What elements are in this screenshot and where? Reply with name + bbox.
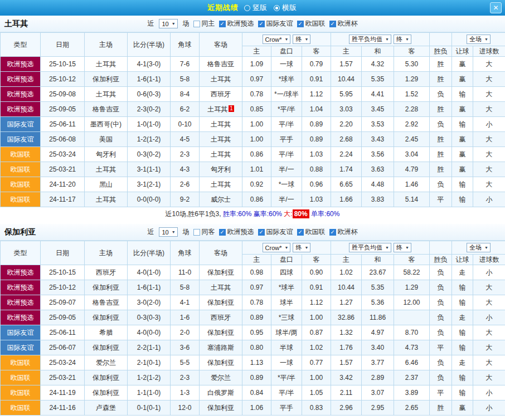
final-avg-select[interactable]: 终 [394,35,411,44]
sub-col-goals: 进球数 [473,255,505,265]
col-date: 日期 [41,33,85,57]
league-filter-3[interactable]: 欧洲杯 [329,19,358,28]
away-team-cell: 土耳其 [200,72,242,87]
league-filter-1[interactable]: 国际友谊 [258,19,293,28]
league-badge: 欧国联 [1,192,40,207]
match-count-select[interactable]: 10 [159,19,177,28]
final-odds-select[interactable]: 终 [293,35,310,44]
handicap-cell: 平/半 [271,385,302,401]
date-cell: 25-06-07 [41,340,85,355]
same-venue-filter[interactable]: 同主 [193,19,215,28]
match-count-select[interactable]: 10 [159,227,177,237]
goals-result-cell: 大 [473,57,505,72]
handicap-result-cell: 赢 [452,401,473,416]
avg-draw-cell: 3.83 [362,192,394,207]
checkbox-checked-icon[interactable] [258,21,265,27]
avg-home-cell: 2.68 [331,132,362,147]
avg-home-cell: 10.44 [331,72,362,87]
corner-cell: 2-6 [171,177,200,192]
league-badge: 欧洲预选 [1,102,40,116]
goals-result-cell: 大 [473,147,505,162]
same-venue-filter[interactable]: 同客 [193,227,215,237]
radio-vertical-layout[interactable] [244,5,250,11]
filter-bar: 近 10 场 同客 欧洲预选 国际友谊 欧国联 欧洲杯 [147,227,357,237]
avg-away-cell: 58.22 [394,265,430,280]
handicap-cell: 平手 [271,132,302,147]
date-cell: 25-03-24 [41,147,85,162]
date-cell: 25-10-15 [41,265,85,280]
checkbox-checked-icon[interactable] [297,229,304,236]
handicap-cell: 四球 [271,265,302,280]
league-filter-0[interactable]: 欧洲预选 [219,227,254,237]
league-filter-3[interactable]: 欧洲杯 [329,227,358,237]
home-team-cell: 墨西哥(中) [85,117,128,132]
avg-away-cell: 3.04 [394,147,430,162]
avg-draw-cell: 5.35 [362,280,394,295]
checkbox-checked-icon[interactable] [219,21,226,27]
corner-cell: 4-1 [171,295,200,310]
goals-result-cell: 大 [473,162,505,177]
score-cell: 0-0(0-0) [128,192,171,207]
checkbox-unchecked-icon[interactable] [193,229,200,236]
horizontal-layout-label[interactable]: 横版 [282,3,297,13]
radio-horizontal-layout[interactable] [274,5,280,11]
match-row: 国际友谊25-06-11希腊4-0(0-0)2-0保加利亚0.95球半/两0.8… [1,325,505,340]
home-team-cell: 格鲁吉亚 [85,295,128,310]
close-icon[interactable]: ✕ [490,2,502,13]
away-team-cell: 白俄罗斯 [200,385,242,401]
checkbox-checked-icon[interactable] [329,229,336,236]
away-team-cell: 土耳其 [200,147,242,162]
checkbox-checked-icon[interactable] [219,229,226,236]
unit-label: 场 [183,19,190,28]
bookmaker-select[interactable]: Crow* [263,35,291,44]
league-filter-label: 国际友谊 [266,227,293,237]
avg-draw-cell: 3.45 [362,102,394,117]
avg-odds-select[interactable]: 胜平负均值 [349,35,391,44]
home-team-cell: 土耳其 [85,162,128,177]
result-cell: 平 [430,192,452,207]
checkbox-checked-icon[interactable] [297,21,304,27]
league-filter-1[interactable]: 国际友谊 [258,227,293,237]
avg-away-cell: 12.00 [394,295,430,310]
date-cell: 25-09-07 [41,295,85,310]
handicap-result-cell: 输 [452,295,473,310]
result-cell: 胜 [430,132,452,147]
same-venue-label: 同客 [202,227,215,237]
checkbox-checked-icon[interactable] [258,229,265,236]
match-row: 国际友谊25-06-08美国1-2(1-2)4-5土耳其1.00平手0.892.… [1,132,505,147]
red-card-badge: 1 [229,105,234,112]
checkbox-unchecked-icon[interactable] [193,21,200,27]
goals-result-cell: 大 [473,325,505,340]
avg-home-cell: 2.11 [331,385,362,401]
league-filter-2[interactable]: 欧国联 [297,19,326,28]
col-type: 类型 [1,241,41,265]
home-team-cell: 土耳其 [85,57,128,72]
league-filter-2[interactable]: 欧国联 [297,227,326,237]
select-value: 终 [295,35,302,43]
league-badge: 欧国联 [1,147,40,162]
avg-odds-select[interactable]: 胜平负均值 [349,243,391,252]
goals-result-cell: 小 [473,385,505,401]
vertical-layout-label[interactable]: 竖版 [252,3,267,13]
col-type: 类型 [1,33,41,57]
match-row: 欧国联25-03-21土耳其3-1(1-1)4-3匈牙利1.01半/一0.881… [1,162,505,177]
league-cell: 欧国联 [1,385,41,401]
team-name: 保加利亚 [4,227,36,237]
avg-draw-cell: 4.32 [362,57,394,72]
avg-home-cell: 6.65 [331,177,362,192]
final-avg-select[interactable]: 终 [394,243,411,252]
final-odds-select[interactable]: 终 [293,243,310,252]
summary-segment: 近10场,胜6平1负3, [166,210,223,218]
match-row: 欧洲预选25-10-15土耳其4-1(3-0)7-6格鲁吉亚1.09一球0.79… [1,57,505,72]
scope-select[interactable]: 全场 [467,243,491,252]
checkbox-checked-icon[interactable] [329,21,336,27]
bookmaker-select[interactable]: Crow* [263,243,291,252]
scope-select[interactable]: 全场 [467,35,491,44]
corner-cell: 2-0 [171,325,200,340]
score-cell: 2-2(1-1) [128,340,171,355]
away-team-cell: 土耳其 [200,280,242,295]
select-value: 终 [396,243,402,252]
league-filter-0[interactable]: 欧洲预选 [219,19,254,28]
away-team-cell: 土耳其 [200,132,242,147]
match-row: 国际友谊25-06-11墨西哥(中)1-0(1-0)0-10土耳其1.00平/半… [1,117,505,132]
